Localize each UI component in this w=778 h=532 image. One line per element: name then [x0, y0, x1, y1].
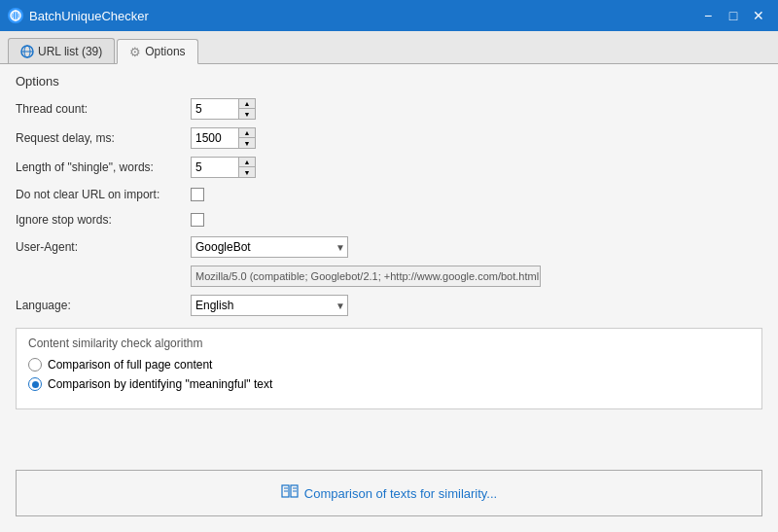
- ignore-stop-words-checkbox[interactable]: [191, 213, 204, 227]
- thread-count-label: Thread count:: [16, 100, 191, 118]
- app-icon: [8, 8, 23, 23]
- tab-options-label: Options: [145, 45, 185, 58]
- ignore-stop-words-control: [191, 213, 762, 227]
- tab-bar: URL list (39) ⚙ Options: [0, 31, 778, 64]
- options-page: Options Thread count: ▲ ▼ Request delay,…: [0, 64, 778, 460]
- shingle-length-up[interactable]: ▲: [239, 158, 255, 167]
- user-agent-dropdown[interactable]: GoogleBot Mozilla Chrome Edge ▼: [191, 236, 348, 258]
- user-agent-label: User-Agent:: [16, 238, 191, 256]
- radio-meaningful[interactable]: Comparison by identifying "meaningful" t…: [28, 377, 750, 391]
- tab-url-list-label: URL list (39): [38, 45, 102, 58]
- language-select[interactable]: English Russian German French: [192, 296, 347, 315]
- shingle-length-down[interactable]: ▼: [239, 167, 255, 177]
- do-not-clear-url-label: Do not clear URL on import:: [16, 186, 191, 203]
- ua-string-control: Mozilla/5.0 (compatible; Googlebot/2.1; …: [191, 266, 762, 287]
- radio-full-page-label: Comparison of full page content: [48, 358, 212, 372]
- radio-meaningful-label: Comparison by identifying "meaningful" t…: [48, 377, 272, 391]
- maximize-button[interactable]: □: [722, 6, 745, 25]
- app-title: BatchUniqueChecker: [29, 9, 149, 23]
- options-grid: Thread count: ▲ ▼ Request delay, ms: ▲: [16, 98, 762, 316]
- comparison-icon: [281, 482, 299, 504]
- shingle-length-input[interactable]: [192, 158, 238, 177]
- minimize-button[interactable]: −: [696, 6, 720, 25]
- language-label: Language:: [16, 297, 191, 314]
- thread-count-input[interactable]: [192, 99, 238, 119]
- user-agent-select[interactable]: GoogleBot Mozilla Chrome Edge: [192, 237, 347, 257]
- window-controls: − □ ✕: [696, 6, 770, 25]
- request-delay-control: ▲ ▼: [191, 127, 762, 149]
- shingle-length-label: Length of "shingle", words:: [16, 159, 191, 176]
- radio-full-page[interactable]: Comparison of full page content: [28, 358, 750, 372]
- request-delay-spinner-btns: ▲ ▼: [238, 128, 255, 148]
- thread-count-spinner-btns: ▲ ▼: [238, 99, 255, 119]
- globe-icon: [20, 45, 34, 58]
- language-control: English Russian German French ▼: [191, 295, 762, 316]
- bottom-section: Comparison of texts for similarity...: [0, 460, 778, 532]
- request-delay-up[interactable]: ▲: [239, 128, 255, 138]
- thread-count-spinner[interactable]: ▲ ▼: [191, 98, 256, 120]
- title-bar-left: BatchUniqueChecker: [8, 8, 149, 23]
- radio-full-page-circle[interactable]: [28, 358, 42, 372]
- similarity-group: Content similarity check algorithm Compa…: [16, 328, 762, 409]
- comparison-button-label: Comparison of texts for similarity...: [304, 486, 497, 501]
- close-button[interactable]: ✕: [747, 6, 770, 25]
- request-delay-spinner[interactable]: ▲ ▼: [191, 127, 256, 149]
- comparison-button[interactable]: Comparison of texts for similarity...: [281, 482, 497, 504]
- user-agent-control: GoogleBot Mozilla Chrome Edge ▼: [191, 236, 762, 258]
- shingle-length-spinner[interactable]: ▲ ▼: [191, 157, 256, 178]
- title-bar: BatchUniqueChecker − □ ✕: [0, 0, 778, 31]
- thread-count-control: ▲ ▼: [191, 98, 762, 120]
- do-not-clear-url-checkbox[interactable]: [191, 188, 204, 201]
- ua-string-field: Mozilla/5.0 (compatible; Googlebot/2.1; …: [191, 266, 541, 287]
- similarity-group-title: Content similarity check algorithm: [28, 337, 750, 350]
- ignore-stop-words-label: Ignore stop words:: [16, 211, 191, 229]
- language-dropdown[interactable]: English Russian German French ▼: [191, 295, 348, 316]
- tab-options[interactable]: ⚙ Options: [117, 39, 197, 64]
- radio-meaningful-circle[interactable]: [28, 377, 42, 391]
- window-content: URL list (39) ⚙ Options Options Thread c…: [0, 31, 778, 532]
- section-title: Options: [16, 74, 762, 89]
- shingle-length-control: ▲ ▼: [191, 157, 762, 178]
- shingle-length-spinner-btns: ▲ ▼: [238, 158, 255, 177]
- request-delay-down[interactable]: ▼: [239, 138, 255, 148]
- tab-url-list[interactable]: URL list (39): [8, 38, 115, 63]
- do-not-clear-url-control: [191, 188, 762, 201]
- request-delay-input[interactable]: [192, 128, 238, 148]
- thread-count-down[interactable]: ▼: [239, 109, 255, 119]
- thread-count-up[interactable]: ▲: [239, 99, 255, 109]
- request-delay-label: Request delay, ms:: [16, 129, 191, 147]
- gear-icon: ⚙: [129, 45, 141, 59]
- comparison-button-wrapper: Comparison of texts for similarity...: [16, 470, 762, 516]
